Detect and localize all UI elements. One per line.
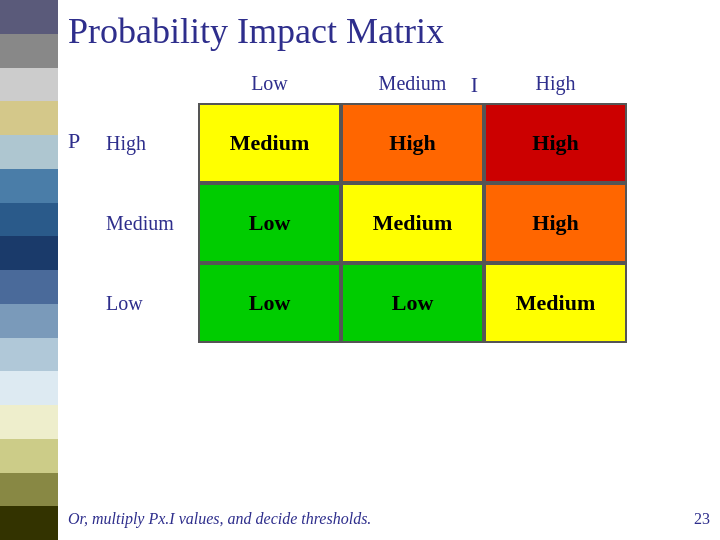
cell-medium-low: Low <box>198 183 341 263</box>
strip-7 <box>0 203 58 237</box>
matrix-row-high: Medium High High <box>198 103 627 183</box>
row-label-medium: Medium <box>96 183 198 263</box>
strip-14 <box>0 439 58 473</box>
matrix-wrapper: I Low Medium High P High Medium Low <box>68 72 710 343</box>
col-header-high: High <box>484 72 627 99</box>
cell-low-medium: Low <box>341 263 484 343</box>
row-label-items: High Medium Low <box>96 103 198 343</box>
strip-8 <box>0 236 58 270</box>
strip-15 <box>0 473 58 507</box>
cell-medium-high: High <box>484 183 627 263</box>
strip-11 <box>0 338 58 372</box>
matrix-row-low: Low Low Medium <box>198 263 627 343</box>
row-label-high: High <box>96 103 198 183</box>
strip-4 <box>0 101 58 135</box>
strip-12 <box>0 371 58 405</box>
footer: Or, multiply Px.I values, and decide thr… <box>68 510 710 528</box>
strip-2 <box>0 34 58 68</box>
strip-3 <box>0 68 58 102</box>
strip-1 <box>0 0 58 34</box>
cell-medium-medium: Medium <box>341 183 484 263</box>
cell-high-low: Medium <box>198 103 341 183</box>
page-number: 23 <box>694 510 710 528</box>
cell-low-low: Low <box>198 263 341 343</box>
strip-16 <box>0 506 58 540</box>
footer-note: Or, multiply Px.I values, and decide thr… <box>68 510 371 528</box>
strip-10 <box>0 304 58 338</box>
row-label-low: Low <box>96 263 198 343</box>
strip-6 <box>0 169 58 203</box>
strip-5 <box>0 135 58 169</box>
cell-high-high: High <box>484 103 627 183</box>
page-title: Probability Impact Matrix <box>68 10 710 52</box>
matrix-grid: Medium High High Low Medium High Low Low… <box>198 103 627 343</box>
row-labels: P High Medium Low <box>68 103 198 343</box>
cell-low-high: Medium <box>484 263 627 343</box>
strip-9 <box>0 270 58 304</box>
col-header-medium: Medium <box>341 72 484 99</box>
cell-high-medium: High <box>341 103 484 183</box>
sidebar-strips <box>0 0 58 540</box>
matrix-body: P High Medium Low Medium High High Low <box>68 103 627 343</box>
strip-13 <box>0 405 58 439</box>
main-content: Probability Impact Matrix I Low Medium H… <box>68 10 710 530</box>
matrix-row-medium: Low Medium High <box>198 183 627 263</box>
col-header-low: Low <box>198 72 341 99</box>
axis-i-label: I <box>471 72 478 98</box>
col-headers-row: Low Medium High <box>198 72 628 99</box>
axis-p-label: P <box>68 128 80 154</box>
